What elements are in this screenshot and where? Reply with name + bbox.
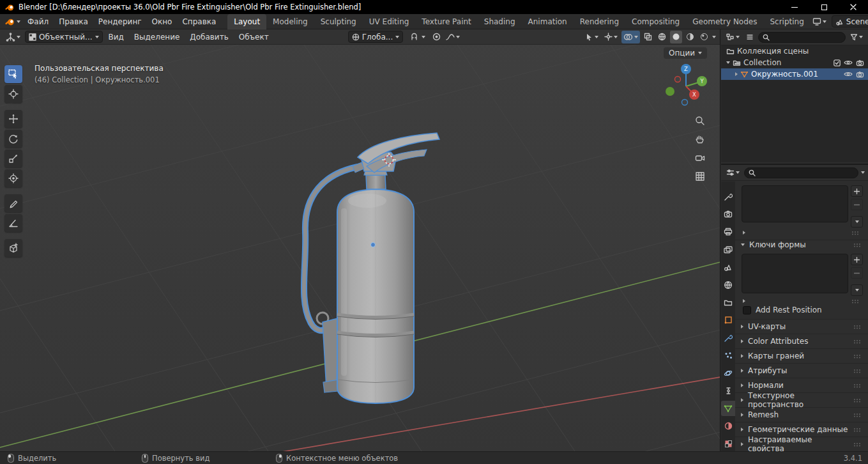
gizmo-minus-z-axis[interactable] — [682, 100, 688, 105]
list-subpanel-row[interactable] — [735, 297, 868, 305]
outliner-search-input[interactable] — [758, 32, 846, 43]
add-rest-position-checkbox[interactable] — [743, 306, 751, 314]
outliner-filter-button[interactable] — [848, 31, 865, 43]
mode-dropdown[interactable]: Объектный... — [25, 31, 103, 43]
menu-help[interactable]: Справка — [177, 14, 221, 29]
add-menu[interactable]: Добавить — [185, 29, 232, 45]
menu-window[interactable]: Окно — [147, 14, 178, 29]
maximize-button[interactable] — [809, 0, 839, 14]
tab-particles[interactable] — [721, 348, 735, 363]
add-shape-key-button[interactable] — [851, 254, 863, 265]
fire-extinguisher-object[interactable] — [304, 133, 439, 403]
tool-cursor[interactable] — [4, 85, 22, 103]
expand-chevron[interactable] — [735, 72, 738, 76]
panel-normals[interactable]: Нормали — [735, 378, 868, 392]
shading-rendered-button[interactable] — [698, 31, 710, 43]
vertex-groups-list[interactable] — [742, 185, 848, 222]
workspace-tab-rendering[interactable]: Rendering — [574, 14, 625, 29]
properties-editor-type-button[interactable] — [724, 166, 742, 179]
properties-options-chevron[interactable] — [861, 171, 865, 174]
shading-dropdown-chevron[interactable] — [712, 36, 716, 38]
object-visibility-dropdown[interactable] — [583, 31, 600, 43]
workspace-tab-shading[interactable]: Shading — [478, 14, 522, 29]
select-menu[interactable]: Выделение — [130, 29, 184, 45]
tool-scale[interactable] — [4, 150, 22, 167]
view-menu[interactable]: Вид — [104, 29, 128, 45]
tool-rotate[interactable] — [4, 130, 22, 148]
remove-shape-key-button[interactable] — [851, 267, 863, 279]
scene-canvas[interactable] — [0, 29, 720, 451]
properties-search-input[interactable] — [744, 167, 858, 178]
workspace-tab-compositing[interactable]: Compositing — [625, 14, 686, 29]
render-camera-icon[interactable] — [856, 59, 864, 66]
tool-move[interactable] — [4, 110, 22, 128]
scene-browse-button[interactable] — [811, 15, 828, 28]
tool-measure[interactable] — [4, 214, 22, 232]
minimize-button[interactable] — [780, 0, 809, 14]
camera-view-icon[interactable] — [693, 151, 707, 165]
outliner-editor-type-button[interactable] — [724, 31, 742, 43]
remove-item-button[interactable] — [851, 199, 863, 210]
add-item-button[interactable] — [851, 185, 863, 197]
outliner-row-scene-collection[interactable]: Коллекция сцены — [721, 45, 868, 57]
shading-wireframe-button[interactable] — [656, 31, 668, 43]
workspace-tab-scripting[interactable]: Scripting — [763, 14, 810, 29]
snap-dropdown-chevron[interactable] — [422, 36, 425, 38]
panel-remesh[interactable]: Remesh — [735, 407, 868, 422]
workspace-tab-geometry-nodes[interactable]: Geometry Nodes — [686, 14, 763, 29]
gizmo-minus-y-axis[interactable] — [666, 87, 674, 96]
close-button[interactable] — [839, 0, 868, 14]
workspace-tab-sculpting[interactable]: Sculpting — [314, 14, 363, 29]
tab-render[interactable] — [721, 207, 735, 222]
tab-constraints[interactable] — [721, 383, 735, 399]
viewport-3d[interactable]: Объектный... Вид Выделение Добавить Объе… — [0, 29, 720, 451]
tab-object[interactable] — [721, 313, 735, 328]
workspace-tab-texture-paint[interactable]: Texture Paint — [415, 14, 477, 29]
tab-texture[interactable] — [721, 436, 735, 451]
tool-add-cube[interactable] — [4, 239, 22, 257]
workspace-tab-modeling[interactable]: Modeling — [266, 14, 314, 29]
tab-scene[interactable] — [721, 259, 735, 275]
panel-geometry-data[interactable]: Геометрические данные — [735, 422, 868, 437]
navigation-gizmo[interactable]: Z Y X — [661, 61, 711, 111]
proportional-falloff-button[interactable] — [444, 31, 462, 43]
editor-type-button[interactable] — [4, 31, 22, 43]
tool-transform[interactable] — [4, 169, 22, 187]
options-popover-button[interactable]: Опции — [664, 47, 707, 59]
panel-custom-properties[interactable]: Настраиваемые свойства — [735, 437, 868, 451]
specials-menu-button[interactable] — [851, 216, 863, 228]
panel-attributes[interactable]: Атрибуты — [735, 363, 868, 378]
tab-modifiers[interactable] — [721, 330, 735, 346]
menu-file[interactable]: Файл — [22, 14, 54, 29]
panel-texture-space[interactable]: Текстурное пространство — [735, 392, 868, 407]
shading-solid-button[interactable] — [670, 31, 682, 43]
gizmos-dropdown[interactable] — [602, 31, 620, 43]
proportional-edit-button[interactable] — [430, 31, 443, 43]
menu-edit[interactable]: Правка — [54, 14, 93, 29]
workspace-tab-animation[interactable]: Animation — [522, 14, 574, 29]
ortho-toggle-icon[interactable] — [693, 169, 707, 183]
workspace-tab-layout[interactable]: Layout — [227, 14, 266, 29]
exclude-checkbox-icon[interactable] — [834, 59, 841, 66]
tool-annotate[interactable] — [4, 194, 22, 212]
shape-key-specials-button[interactable] — [851, 284, 863, 296]
tab-tool[interactable] — [721, 189, 735, 205]
tab-output[interactable] — [721, 224, 735, 240]
shape-keys-panel-header[interactable]: Ключи формы — [735, 240, 868, 250]
workspace-tab-uv-editing[interactable]: UV Editing — [363, 14, 416, 29]
zoom-icon[interactable] — [693, 114, 707, 128]
object-menu[interactable]: Объект — [234, 29, 273, 45]
render-camera-icon[interactable] — [856, 71, 864, 78]
overlays-toggle[interactable] — [621, 31, 640, 43]
tab-world[interactable] — [721, 277, 735, 293]
tab-object-data[interactable] — [721, 401, 735, 416]
tool-select-box[interactable] — [4, 65, 22, 83]
hide-eye-icon[interactable] — [844, 71, 853, 77]
tab-physics[interactable] — [721, 366, 735, 381]
xray-toggle[interactable] — [642, 31, 654, 43]
outliner-display-mode-button[interactable] — [744, 31, 756, 43]
gizmo-minus-x-axis[interactable] — [675, 77, 681, 82]
tab-material[interactable] — [721, 419, 735, 434]
menu-render[interactable]: Рендеринг — [93, 14, 147, 29]
list-subpanel-row[interactable] — [735, 229, 868, 237]
